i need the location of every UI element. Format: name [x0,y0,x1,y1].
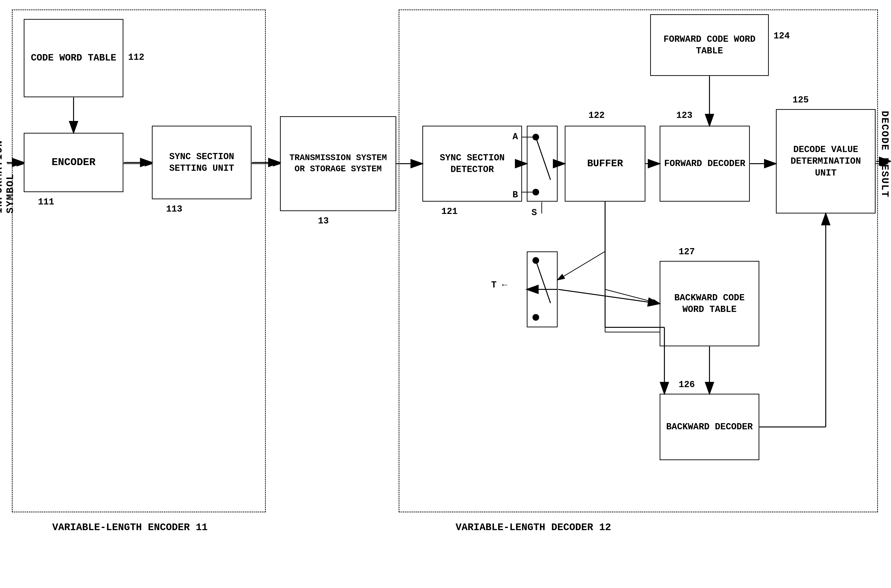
forward-code-word-table-box: FORWARD CODE WORD TABLE [650,14,769,76]
buffer-box: BUFFER [565,126,645,202]
switch-s-label: S [532,207,537,218]
label-123: 123 [676,110,693,120]
switch-a-label: A [512,132,518,142]
code-word-table-box: CODE WORD TABLE [24,19,123,97]
diagram: INFORMATION SYMBOL DECODE RESULT CODE WO… [0,0,891,588]
label-112: 112 [128,52,144,62]
switch-t-box [527,251,557,327]
forward-decoder-box: FORWARD DECODER [660,126,750,202]
decode-result-label: DECODE RESULT [878,95,891,213]
decoder-region-label: VARIABLE-LENGTH DECODER 12 [455,522,611,533]
switch-ab-box [527,126,557,202]
encoder-region-label: VARIABLE-LENGTH ENCODER 11 [52,522,207,533]
backward-decoder-box: BACKWARD DECODER [660,394,759,460]
label-122: 122 [589,110,605,120]
decoder-region [399,9,878,512]
decode-value-box: DECODE VALUE DETERMINATION UNIT [776,109,876,213]
encoder-box: ENCODER [24,133,123,192]
switch-b-label: B [512,190,518,200]
label-127: 127 [679,247,695,257]
label-111: 111 [38,197,54,207]
sync-section-setting-box: SYNC SECTION SETTING UNIT [152,126,251,199]
transmission-system-box: TRANSMISSION SYSTEM OR STORAGE SYSTEM [280,116,396,211]
label-113: 113 [166,204,182,214]
label-121: 121 [441,206,457,216]
sync-section-detector-box: SYNC SECTION DETECTOR [422,126,522,202]
label-126: 126 [679,380,695,390]
label-13: 13 [318,216,329,226]
backward-code-word-table-box: BACKWARD CODE WORD TABLE [660,261,759,346]
switch-t-label: T ← [491,280,507,290]
information-symbol-label: INFORMATION SYMBOL [0,95,9,213]
label-125: 125 [793,95,809,105]
label-124: 124 [774,31,790,41]
